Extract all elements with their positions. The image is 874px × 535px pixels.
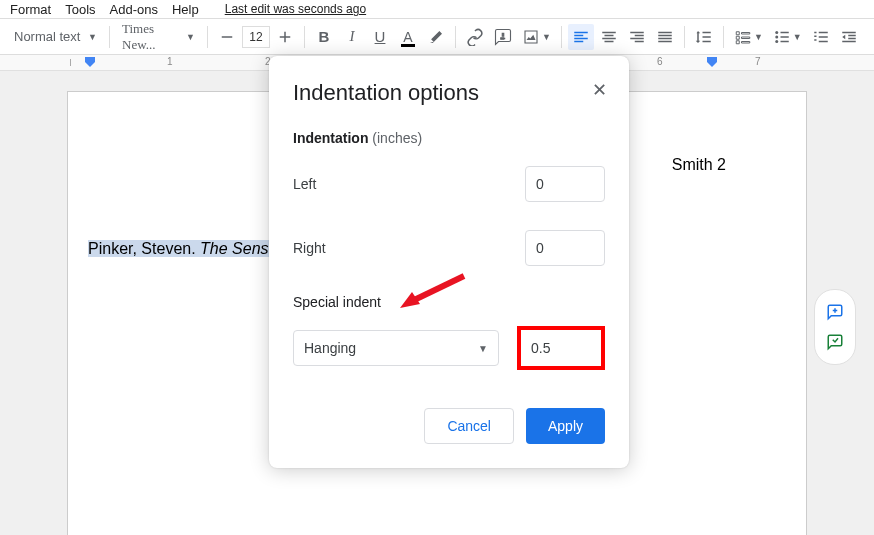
align-left-button[interactable]: [568, 24, 594, 50]
font-family-label: Times New...: [122, 21, 184, 53]
left-indent-label: Left: [293, 176, 316, 192]
menubar: Format Tools Add-ons Help Last edit was …: [0, 0, 874, 18]
text-color-button[interactable]: A: [395, 24, 421, 50]
left-indent-input[interactable]: [525, 166, 605, 202]
dialog-title: Indentation options: [293, 80, 605, 106]
bold-button[interactable]: B: [311, 24, 337, 50]
align-right-button[interactable]: [624, 24, 650, 50]
special-indent-amount-input[interactable]: [517, 326, 605, 370]
apply-button[interactable]: Apply: [526, 408, 605, 444]
bulleted-list-button[interactable]: ▼: [769, 24, 806, 50]
ruler-tick-label: 6: [655, 56, 665, 67]
caret-down-icon: ▼: [478, 343, 488, 354]
add-comment-icon[interactable]: [821, 298, 849, 326]
font-size-increase[interactable]: [272, 24, 298, 50]
cancel-button[interactable]: Cancel: [424, 408, 514, 444]
page-header-text: Smith 2: [672, 156, 726, 174]
ruler-tick-label: 1: [165, 56, 175, 67]
menu-tools[interactable]: Tools: [65, 2, 95, 17]
menu-help[interactable]: Help: [172, 2, 199, 17]
font-family-dropdown[interactable]: Times New... ▼: [116, 24, 201, 50]
citation-line[interactable]: Pinker, Steven. The Sense of: [88, 240, 295, 258]
font-size-decrease[interactable]: [214, 24, 240, 50]
special-indent-value: Hanging: [304, 340, 356, 356]
menu-format[interactable]: Format: [10, 2, 51, 17]
align-center-button[interactable]: [596, 24, 622, 50]
paragraph-style-dropdown[interactable]: Normal text ▼: [8, 24, 103, 50]
line-spacing-button[interactable]: [691, 24, 717, 50]
close-button[interactable]: ✕: [587, 78, 611, 102]
side-action-rail: [814, 289, 856, 365]
special-indent-select[interactable]: Hanging ▼: [293, 330, 499, 366]
suggest-edits-icon[interactable]: [821, 328, 849, 356]
indentation-section-heading: Indentation (inches): [293, 130, 605, 146]
underline-button[interactable]: U: [367, 24, 393, 50]
last-edit-label[interactable]: Last edit was seconds ago: [225, 2, 366, 16]
svg-point-0: [775, 31, 778, 34]
font-size-input[interactable]: [242, 26, 270, 48]
checklist-button[interactable]: ▼: [730, 24, 767, 50]
paragraph-style-label: Normal text: [14, 29, 80, 44]
right-indent-input[interactable]: [525, 230, 605, 266]
special-indent-heading: Special indent: [293, 294, 605, 310]
highlight-color-button[interactable]: [423, 24, 449, 50]
caret-down-icon: ▼: [88, 32, 97, 42]
insert-image-button[interactable]: ▼: [518, 24, 555, 50]
right-indent-label: Right: [293, 240, 326, 256]
numbered-list-button[interactable]: [808, 24, 834, 50]
indentation-options-dialog: Indentation options ✕ Indentation (inche…: [269, 56, 629, 468]
menu-addons[interactable]: Add-ons: [110, 2, 158, 17]
toolbar: Normal text ▼ Times New... ▼ B I U A ▼ ▼…: [0, 19, 874, 55]
insert-link-button[interactable]: [462, 24, 488, 50]
align-justify-button[interactable]: [652, 24, 678, 50]
add-comment-button[interactable]: [490, 24, 516, 50]
decrease-indent-button[interactable]: [836, 24, 862, 50]
ruler-tick-label: 7: [753, 56, 763, 67]
svg-point-2: [775, 40, 778, 43]
citation-author: Pinker, Steven.: [88, 240, 200, 257]
caret-down-icon: ▼: [186, 32, 195, 42]
svg-point-1: [775, 35, 778, 38]
italic-button[interactable]: I: [339, 24, 365, 50]
close-icon: ✕: [592, 79, 607, 101]
